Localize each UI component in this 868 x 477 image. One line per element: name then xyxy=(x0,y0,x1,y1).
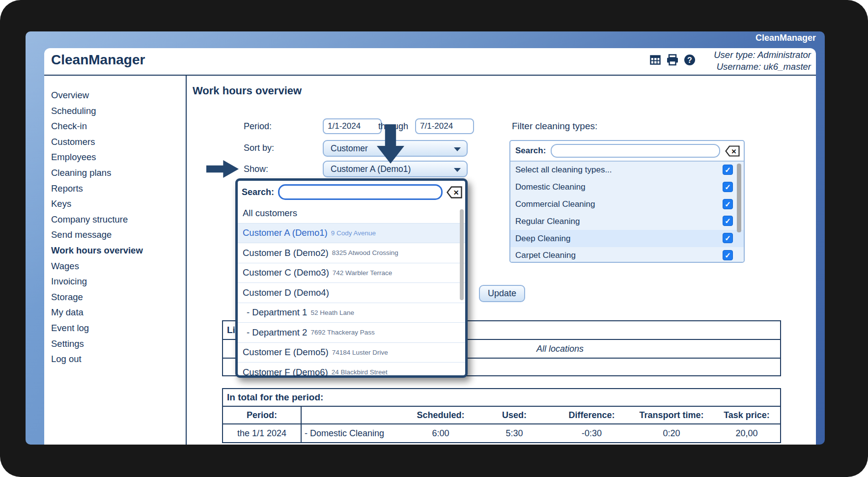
checkbox-checked-icon[interactable] xyxy=(723,250,733,260)
sidebar-item-keys[interactable]: Keys xyxy=(51,196,184,212)
table-view-icon[interactable] xyxy=(649,54,661,66)
cleaning-type-label: Deep Cleaning xyxy=(515,234,570,244)
sort-by-label: Sort by: xyxy=(244,143,274,153)
customer-option-f[interactable]: Customer F (Demo6) 24 Blackbird Street xyxy=(238,362,465,382)
period-to-input[interactable] xyxy=(415,118,474,134)
totals-table: In total for the period: Period: Schedul… xyxy=(222,388,781,443)
customer-option-b[interactable]: Customer B (Demo2) 8325 Atwood Crossing xyxy=(238,243,465,263)
username-text: Username: uk6_master xyxy=(714,61,811,73)
customer-name: Customer D (Demo4) xyxy=(243,287,329,298)
header-divider xyxy=(44,75,816,76)
totals-table-title: In total for the period: xyxy=(223,389,780,407)
checkbox-checked-icon[interactable] xyxy=(723,165,733,175)
clear-search-icon[interactable]: ✕ xyxy=(447,186,462,198)
totals-table-row: the 1/1 2024 - Domestic Cleaning 6:00 5:… xyxy=(223,424,780,442)
cell-type: - Domestic Cleaning xyxy=(301,428,406,439)
cell-scheduled: 6:00 xyxy=(406,428,475,439)
sidebar-item-scheduling[interactable]: Scheduling xyxy=(51,103,184,119)
customer-search-row: Search: ✕ xyxy=(238,181,465,203)
customer-option-c[interactable]: Customer C (Demo3) 742 Warbler Terrace xyxy=(238,263,465,283)
customer-option-a[interactable]: Customer A (Demo1) 9 Cody Avenue xyxy=(238,223,465,243)
app-page: CleanManager ? User type: xyxy=(44,48,816,445)
customer-address: 8325 Atwood Crossing xyxy=(332,249,398,256)
sidebar-item-storage[interactable]: Storage xyxy=(51,289,184,305)
customer-list: All customers Customer A (Demo1) 9 Cody … xyxy=(238,203,465,382)
cleaning-type-label: Domestic Cleaning xyxy=(515,182,586,192)
page-title: Work hours overview xyxy=(193,84,302,97)
sidebar-item-settings[interactable]: Settings xyxy=(51,336,184,352)
customer-address: 7692 Thackeray Pass xyxy=(310,329,374,336)
cell-period: the 1/1 2024 xyxy=(223,428,301,439)
print-icon[interactable] xyxy=(666,54,679,66)
cleaning-type-regular[interactable]: Regular Cleaning xyxy=(510,213,744,230)
customer-name: Customer A (Demo1) xyxy=(243,227,328,238)
cleaning-type-list: Select all cleaning types... Domestic Cl… xyxy=(510,162,744,263)
filter-search-input[interactable] xyxy=(551,144,720,158)
user-info: User type: Administrator Username: uk6_m… xyxy=(714,49,811,73)
checkbox-checked-icon[interactable] xyxy=(723,182,733,192)
filter-search-row: Search: ✕ xyxy=(510,141,744,162)
sidebar-item-wages[interactable]: Wages xyxy=(51,258,184,274)
sidebar-item-my-data[interactable]: My data xyxy=(51,305,184,320)
cleaning-type-select-all[interactable]: Select all cleaning types... xyxy=(510,162,744,179)
sidebar-item-check-in[interactable]: Check-in xyxy=(51,118,184,134)
cleaning-type-commercial[interactable]: Commercial Cleaning xyxy=(510,196,744,213)
cleaning-type-label: Regular Cleaning xyxy=(515,217,580,226)
sidebar-divider xyxy=(186,76,187,445)
checkbox-checked-icon[interactable] xyxy=(723,233,733,243)
sidebar-item-employees[interactable]: Employees xyxy=(51,149,184,165)
sidebar-item-overview[interactable]: Overview xyxy=(51,87,184,103)
header-toolbar: ? xyxy=(649,54,696,66)
cleaning-type-carpet[interactable]: Carpet Cleaning xyxy=(510,247,744,263)
customer-option-d-department-2[interactable]: - Department 2 7692 Thackeray Pass xyxy=(238,322,465,342)
cell-difference: -0:30 xyxy=(554,428,630,439)
cleaning-type-deep[interactable]: Deep Cleaning xyxy=(510,230,744,247)
customer-option-d[interactable]: Customer D (Demo4) xyxy=(238,282,465,303)
checkbox-checked-icon[interactable] xyxy=(723,216,733,226)
col-period: Period: xyxy=(223,410,301,421)
customer-name: - Department 1 xyxy=(247,307,307,318)
sidebar-item-cleaning-plans[interactable]: Cleaning plans xyxy=(51,165,184,181)
clear-search-icon[interactable]: ✕ xyxy=(725,145,740,157)
annotation-arrow-right-icon xyxy=(206,160,239,178)
customer-list-scrollbar[interactable] xyxy=(460,209,464,300)
col-transport-time: Transport time: xyxy=(630,410,713,421)
cleaning-type-label: Select all cleaning types... xyxy=(515,165,612,175)
checkbox-checked-icon[interactable] xyxy=(723,199,733,209)
customer-address: 24 Blackbird Street xyxy=(332,368,388,376)
col-scheduled: Scheduled: xyxy=(406,410,475,421)
sidebar-item-log-out[interactable]: Log out xyxy=(51,351,184,367)
svg-text:✕: ✕ xyxy=(453,188,459,196)
help-icon[interactable]: ? xyxy=(684,54,696,66)
sidebar-item-send-message[interactable]: Send message xyxy=(51,227,184,243)
sidebar-item-invoicing[interactable]: Invoicing xyxy=(51,274,184,289)
update-button[interactable]: Update xyxy=(479,285,525,302)
sidebar-item-work-hours-overview[interactable]: Work hours overview xyxy=(51,243,184,258)
customer-option-all[interactable]: All customers xyxy=(238,203,465,223)
sidebar-item-customers[interactable]: Customers xyxy=(51,134,184,150)
chevron-down-icon xyxy=(454,168,461,172)
filter-search-label: Search: xyxy=(515,146,546,156)
customer-name: Customer F (Demo6) xyxy=(243,367,328,378)
filter-title: Filter cleaning types: xyxy=(512,121,597,132)
customer-option-e[interactable]: Customer E (Demo5) 74184 Luster Drive xyxy=(238,342,465,363)
sort-by-value: Customer xyxy=(331,143,368,154)
customer-option-d-department-1[interactable]: - Department 1 52 Heath Lane xyxy=(238,303,465,323)
col-used: Used: xyxy=(475,410,554,421)
customer-address: 9 Cody Avenue xyxy=(331,229,376,237)
sidebar-item-event-log[interactable]: Event log xyxy=(51,320,184,336)
chevron-down-icon xyxy=(454,147,461,151)
svg-text:?: ? xyxy=(687,56,692,64)
sidebar-item-reports[interactable]: Reports xyxy=(51,181,184,196)
sidebar-item-company-structure[interactable]: Company structure xyxy=(51,212,184,227)
customer-address: 742 Warbler Terrace xyxy=(333,269,392,277)
filter-scrollbar[interactable] xyxy=(737,164,741,232)
show-select[interactable]: Customer A (Demo1) xyxy=(323,161,468,177)
cleaning-type-label: Carpet Cleaning xyxy=(515,251,576,260)
show-label: Show: xyxy=(244,164,268,174)
cell-transport-time: 0:20 xyxy=(630,428,713,439)
cleaning-type-domestic[interactable]: Domestic Cleaning xyxy=(510,179,744,196)
customer-search-input[interactable] xyxy=(278,184,443,200)
customer-name: Customer B (Demo2) xyxy=(243,248,329,258)
period-from-input[interactable] xyxy=(323,118,382,134)
